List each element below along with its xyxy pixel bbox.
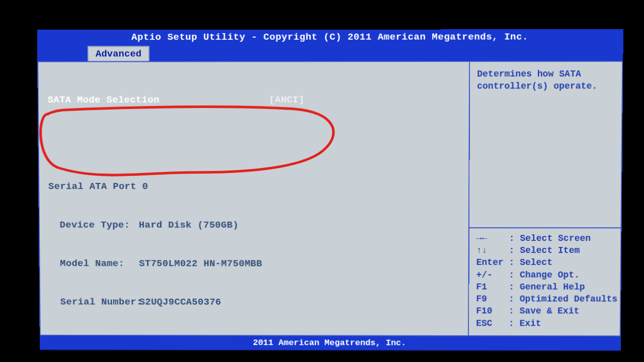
model-name-label: Model Name: xyxy=(49,257,139,270)
tab-bar: Advanced xyxy=(37,46,623,61)
port-heading: Serial ATA Port 0 xyxy=(48,180,459,194)
tab-advanced[interactable]: Advanced xyxy=(88,46,150,61)
key-help: →← : Select Screen ↑↓ : Select Item Ente… xyxy=(476,232,613,330)
sata-mode-label: SATA Mode Selection xyxy=(48,94,269,107)
main-panel: SATA Mode Selection [AHCI] Serial ATA Po… xyxy=(38,62,470,335)
side-panel: Determines how SATA controller(s) operat… xyxy=(469,62,622,336)
sata-mode-selection-row[interactable]: SATA Mode Selection [AHCI] xyxy=(48,94,460,107)
bios-screen: Aptio Setup Utility - Copyright (C) 2011… xyxy=(37,29,623,351)
work-area: SATA Mode Selection [AHCI] Serial ATA Po… xyxy=(37,61,623,337)
model-name-value: ST750LM022 HN-M750MBB xyxy=(139,257,262,270)
help-text: Determines how SATA controller(s) operat… xyxy=(476,68,615,223)
device-type-row: Device Type: Hard Disk (750GB) xyxy=(49,219,459,232)
serial-number-value: S2UQJ9CCA50376 xyxy=(139,296,221,309)
tab-label: Advanced xyxy=(96,48,141,59)
title-text: Aptio Setup Utility - Copyright (C) 2011… xyxy=(131,31,528,43)
sata-port-0: Serial ATA Port 0 Device Type: Hard Disk… xyxy=(48,155,460,335)
serial-number-label: Serial Number: xyxy=(49,296,139,309)
device-type-value: Hard Disk (750GB) xyxy=(139,219,238,232)
serial-number-row: Serial Number: S2UQJ9CCA50376 xyxy=(49,296,459,309)
sata-mode-value: [AHCI] xyxy=(269,94,304,107)
device-type-label: Device Type: xyxy=(49,219,139,232)
titlebar: Aptio Setup Utility - Copyright (C) 2011… xyxy=(37,29,623,46)
side-separator xyxy=(469,227,621,228)
model-name-row: Model Name: ST750LM022 HN-M750MBB xyxy=(49,257,459,270)
